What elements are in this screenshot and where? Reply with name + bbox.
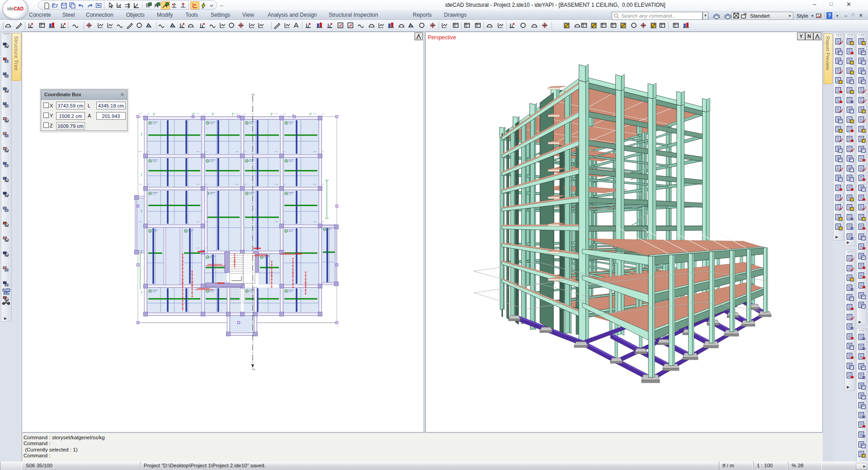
svg-text:2: 2 [251, 93, 255, 96]
svg-text:2: 2 [251, 368, 256, 371]
